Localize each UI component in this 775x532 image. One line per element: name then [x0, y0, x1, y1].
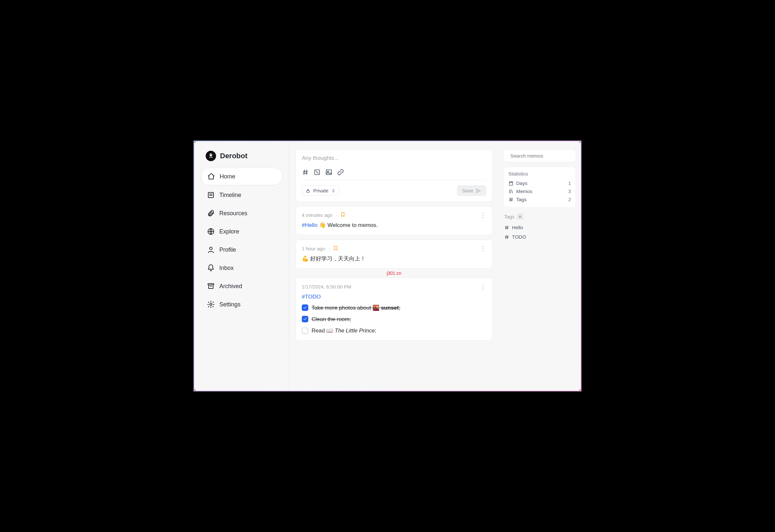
bookmark-icon[interactable]	[340, 212, 345, 218]
tag-label: Hello	[512, 225, 523, 230]
search-input[interactable]	[510, 153, 572, 159]
svg-rect-17	[326, 170, 332, 175]
paperclip-icon	[207, 209, 215, 217]
checkbox-icon[interactable]	[314, 169, 321, 176]
svg-point-10	[210, 303, 212, 305]
svg-line-16	[316, 171, 318, 173]
save-button[interactable]: Save	[457, 185, 486, 196]
checkbox-checked[interactable]	[302, 316, 308, 322]
stat-days: Days 1	[508, 179, 571, 187]
todo-item: Clean the room;	[302, 315, 486, 324]
tag-label: TODO	[512, 234, 526, 240]
svg-point-1	[210, 154, 211, 155]
nav-label: Settings	[219, 301, 241, 308]
memo-card: 1 hour ago · ⋮ 💪 好好学习，天天向上！	[296, 240, 492, 269]
memo-meta: 1 hour ago ·	[302, 245, 338, 252]
nav-resources[interactable]: Resources	[201, 205, 282, 222]
editor-toolbar	[302, 169, 486, 176]
nav-label: Inbox	[219, 265, 234, 272]
todo-item: Take more photos about 🌇 sunset;	[302, 303, 486, 312]
nav-label: Timeline	[219, 192, 241, 199]
link-icon[interactable]	[337, 169, 344, 176]
todo-text: Clean the room;	[312, 315, 351, 324]
todo-item: Read 📖 The Little Prince;	[302, 326, 486, 335]
brand-logo	[206, 151, 216, 161]
memo-tag[interactable]: #Hello	[302, 222, 317, 228]
nav-settings[interactable]: Settings	[201, 296, 282, 313]
visibility-label: Private	[313, 188, 329, 193]
memo-menu-button[interactable]: ⋮	[480, 245, 486, 252]
nav-label: Explore	[219, 228, 239, 235]
bell-icon	[207, 264, 215, 272]
svg-point-2	[211, 154, 212, 155]
todo-text: Read 📖 The Little Prince;	[312, 326, 376, 335]
nav-inbox[interactable]: Inbox	[201, 259, 282, 276]
stats-title: Statistics	[508, 171, 571, 176]
sidebar: Derobot Home Timeline Resources Explore …	[195, 142, 289, 390]
stat-value: 2	[568, 197, 571, 202]
nav-label: Home	[220, 173, 235, 180]
editor-input[interactable]: Any thoughts...	[302, 155, 486, 164]
nav-label: Archived	[219, 283, 242, 290]
memo-text: 👋 Welcome to memos.	[317, 222, 378, 228]
search-box[interactable]	[503, 149, 576, 162]
hash-icon	[508, 197, 514, 202]
stat-tags: Tags 2	[508, 195, 571, 203]
nav-profile[interactable]: Profile	[201, 241, 282, 258]
stat-value: 3	[568, 189, 571, 194]
svg-line-40	[507, 235, 508, 239]
checkbox-unchecked[interactable]	[302, 328, 308, 334]
memo-content: #Hello 👋 Welcome to memos.	[302, 221, 486, 230]
app-window: Derobot Home Timeline Resources Explore …	[193, 141, 582, 391]
svg-line-13	[304, 170, 304, 175]
image-icon[interactable]	[325, 169, 332, 176]
gear-icon	[207, 301, 215, 308]
hash-icon	[504, 234, 509, 240]
save-label: Save	[462, 188, 473, 193]
main: Any thoughts... Private Save	[289, 142, 499, 390]
nav-explore[interactable]: Explore	[201, 223, 282, 240]
memo-time: 1 hour ago	[302, 246, 325, 251]
memo-menu-button[interactable]: ⋮	[480, 212, 486, 218]
right-panel: Statistics Days 1 Memos 3 Tags 2 Tags + …	[499, 142, 580, 390]
stats-card: Statistics Days 1 Memos 3 Tags 2	[503, 167, 576, 208]
nav-timeline[interactable]: Timeline	[201, 187, 282, 203]
svg-line-39	[506, 235, 506, 239]
bookmark-icon[interactable]	[333, 245, 338, 252]
memo-meta: 1/17/2024, 6:50:00 PM	[302, 284, 351, 289]
checkbox-checked[interactable]	[302, 304, 308, 311]
memo-card: 4 minutes ago · ⋮ #Hello 👋 Welcome to me…	[296, 206, 492, 235]
home-icon	[207, 173, 215, 180]
memo-editor: Any thoughts... Private Save	[296, 149, 492, 202]
archive-icon	[207, 282, 215, 290]
tags-title: Tags	[504, 214, 514, 219]
tag-item[interactable]: Hello	[503, 223, 576, 232]
memo-card: 1/17/2024, 6:50:00 PM ⋮ #TODO Take more …	[296, 278, 492, 341]
brand: Derobot	[201, 151, 282, 168]
memo-tag[interactable]: #TODO	[302, 294, 321, 300]
memo-content: 💪 好好学习，天天向上！	[302, 254, 486, 263]
svg-line-28	[512, 189, 513, 193]
tag-item[interactable]: TODO	[503, 232, 576, 242]
nav-home[interactable]: Home	[201, 168, 282, 185]
stat-memos: Memos 3	[508, 187, 571, 195]
add-tag-button[interactable]: +	[517, 214, 523, 219]
svg-rect-22	[509, 182, 513, 185]
hash-icon	[504, 225, 509, 230]
memo-time: 1/17/2024, 6:50:00 PM	[302, 284, 351, 289]
memo-menu-button[interactable]: ⋮	[480, 283, 486, 290]
svg-point-0	[210, 154, 212, 156]
nav-archived[interactable]: Archived	[201, 278, 282, 295]
chevron-updown-icon	[331, 189, 336, 193]
editor-bottom: Private Save	[302, 180, 486, 196]
send-icon	[476, 188, 481, 193]
nav-label: Resources	[219, 210, 247, 217]
memo-content: #TODO Take more photos about 🌇 sunset; C…	[302, 292, 486, 335]
user-icon	[207, 246, 215, 254]
nav: Home Timeline Resources Explore Profile …	[201, 168, 282, 313]
hash-icon[interactable]	[302, 169, 309, 176]
svg-line-36	[507, 226, 508, 229]
visibility-select[interactable]: Private	[302, 186, 339, 196]
memo-time: 4 minutes ago	[302, 212, 332, 218]
nav-label: Profile	[219, 246, 236, 253]
